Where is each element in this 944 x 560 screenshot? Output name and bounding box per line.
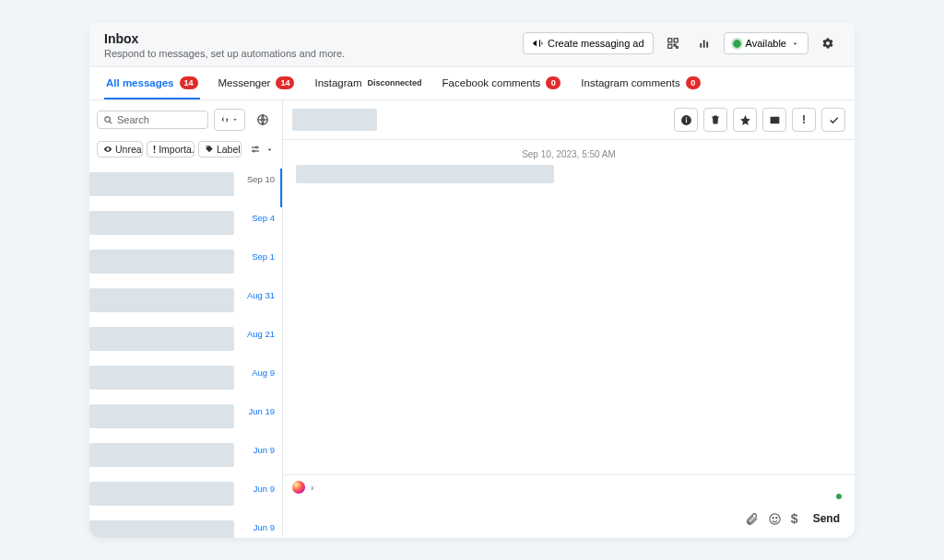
info-button[interactable] <box>674 108 698 132</box>
thread-item[interactable]: Jun 9 <box>89 478 282 517</box>
settings-icon-button[interactable] <box>816 31 840 55</box>
sliders-icon-button[interactable] <box>249 137 262 161</box>
thread-item[interactable]: Jun 9 <box>89 439 282 478</box>
svg-rect-4 <box>702 41 704 48</box>
conversation-toolbar: ! <box>283 100 855 140</box>
tab-instagram-comments[interactable]: Instagram comments 0 <box>579 67 702 99</box>
channel-tabs: All messages 14 Messenger 14 Instagram D… <box>89 67 855 100</box>
status-label: Available <box>746 38 786 49</box>
sort-icon <box>220 115 230 124</box>
filter-importance[interactable]: ! Importa... <box>147 141 195 158</box>
qr-icon-button[interactable] <box>661 31 685 55</box>
tab-badge: 14 <box>180 76 198 89</box>
megaphone-icon <box>532 38 543 49</box>
search-placeholder: Search <box>117 114 149 125</box>
composer-channel-row: › <box>292 481 845 494</box>
eye-icon <box>103 145 112 154</box>
thread-date: Jun 19 <box>240 404 275 416</box>
availability-dropdown[interactable]: Available <box>724 32 808 54</box>
thread-date: Aug 21 <box>240 327 275 339</box>
thread-item[interactable]: Sep 4 <box>89 207 282 246</box>
tab-facebook-comments[interactable]: Facebook comments 0 <box>441 67 563 99</box>
search-icon <box>103 115 113 125</box>
send-button[interactable]: Send <box>808 508 845 529</box>
tab-messenger[interactable]: Messenger 14 <box>217 67 297 99</box>
sort-dropdown[interactable] <box>214 109 245 131</box>
message-composer: › $ Send <box>283 474 855 538</box>
emoji-icon-button[interactable] <box>768 512 782 526</box>
composer-action-row: $ Send <box>292 508 845 529</box>
mail-button[interactable] <box>762 108 786 132</box>
page-title: Inbox <box>104 31 345 46</box>
filter-chevron-down[interactable] <box>265 137 275 161</box>
conversation-body[interactable]: Sep 10, 2023, 5:50 AM <box>283 140 855 474</box>
report-button[interactable]: ! <box>792 108 816 132</box>
tab-instagram[interactable]: Instagram Disconnected <box>313 67 423 99</box>
thread-item[interactable]: Aug 31 <box>89 285 282 323</box>
thread-list[interactable]: Sep 10 Sep 4 Sep 1 Aug 31 Aug 21 <box>89 169 282 538</box>
thread-date: Jun 9 <box>240 482 275 494</box>
header-titles: Inbox Respond to messages, set up automa… <box>104 31 345 59</box>
thread-preview-placeholder <box>89 366 234 390</box>
thread-date: Sep 10 <box>240 172 275 184</box>
filter-unread[interactable]: Unread <box>97 141 143 158</box>
tab-badge: 0 <box>686 76 701 89</box>
exclamation-icon: ! <box>802 113 806 126</box>
thread-preview-placeholder <box>89 250 234 274</box>
svg-rect-2 <box>667 44 671 48</box>
filter-row: Unread ! Importa... Labels <box>89 137 282 169</box>
filter-labels[interactable]: Labels <box>198 141 242 158</box>
analytics-icon-button[interactable] <box>692 31 716 55</box>
svg-rect-5 <box>706 41 708 47</box>
thread-item[interactable]: Sep 1 <box>89 246 282 285</box>
svg-rect-3 <box>700 43 702 48</box>
svg-rect-0 <box>667 39 671 42</box>
globe-icon-button[interactable] <box>251 108 275 132</box>
svg-rect-11 <box>685 119 686 122</box>
create-messaging-ad-button[interactable]: Create messaging ad <box>523 32 654 54</box>
payments-icon-button[interactable]: $ <box>791 511 798 526</box>
svg-rect-1 <box>674 39 678 42</box>
conversation-title-placeholder <box>292 109 377 131</box>
done-button[interactable] <box>821 108 845 132</box>
thread-date: Jun 9 <box>240 443 275 455</box>
tab-label: All messages <box>106 77 174 88</box>
svg-point-9 <box>253 150 254 152</box>
instagram-icon <box>292 481 305 494</box>
tab-label: Instagram <box>314 77 361 88</box>
thread-preview-placeholder <box>89 211 234 235</box>
chevron-down-icon <box>791 40 799 48</box>
thread-item[interactable]: Jun 9 <box>89 517 282 538</box>
svg-point-13 <box>770 513 780 523</box>
tab-label: Messenger <box>218 77 271 88</box>
thread-item[interactable]: Sep 10 <box>89 169 282 207</box>
message-timestamp: Sep 10, 2023, 5:50 AM <box>296 149 842 159</box>
tab-badge: 0 <box>546 76 560 89</box>
online-indicator-icon <box>836 494 842 499</box>
search-input[interactable]: Search <box>97 111 208 129</box>
delete-button[interactable] <box>703 108 727 132</box>
svg-point-12 <box>685 117 686 118</box>
attachment-icon-button[interactable] <box>745 512 759 526</box>
thread-date: Aug 9 <box>240 366 275 378</box>
tab-label: Facebook comments <box>442 77 541 88</box>
svg-point-15 <box>776 517 777 518</box>
tab-all-messages[interactable]: All messages 14 <box>104 67 200 99</box>
thread-item[interactable]: Aug 21 <box>89 323 282 362</box>
disconnected-tag: Disconnected <box>368 78 422 88</box>
exclamation-icon: ! <box>153 144 157 155</box>
thread-item[interactable]: Aug 9 <box>89 362 282 401</box>
thread-item[interactable]: Jun 19 <box>89 401 282 439</box>
conversation-actions: ! <box>674 108 845 132</box>
inbox-app: Inbox Respond to messages, set up automa… <box>89 22 855 538</box>
thread-date: Aug 31 <box>240 288 275 300</box>
message-placeholder <box>296 165 554 183</box>
thread-date: Sep 4 <box>240 211 275 223</box>
thread-preview-placeholder <box>89 288 234 312</box>
svg-point-6 <box>105 116 111 121</box>
thread-preview-placeholder <box>89 404 234 428</box>
thread-preview-placeholder <box>89 443 234 467</box>
page-header: Inbox Respond to messages, set up automa… <box>89 22 855 67</box>
thread-preview-placeholder <box>89 482 234 506</box>
star-button[interactable] <box>733 108 757 132</box>
